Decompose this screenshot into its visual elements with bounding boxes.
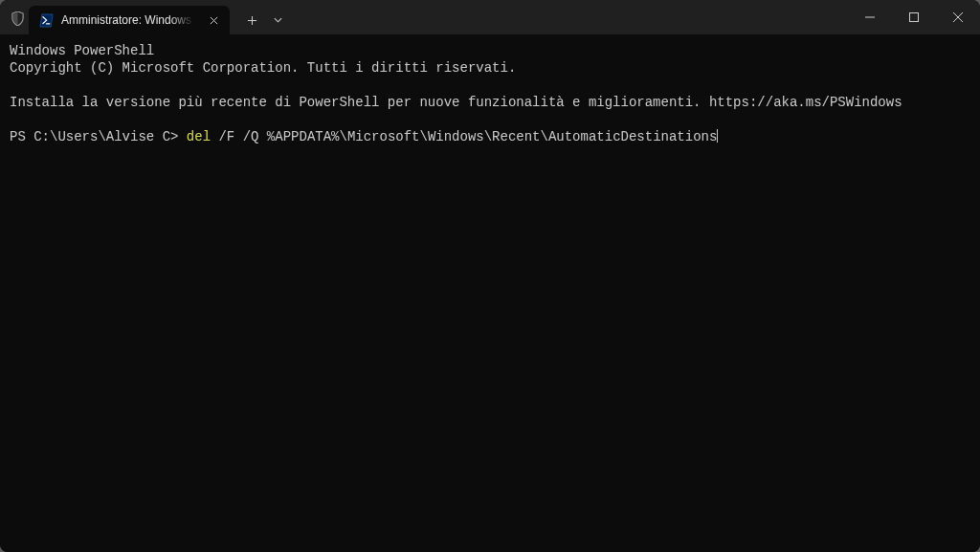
tab-dropdown-button[interactable] (266, 9, 289, 32)
powershell-icon (38, 12, 54, 28)
window-controls (848, 0, 980, 34)
close-button[interactable] (936, 0, 980, 34)
titlebar-left (0, 0, 25, 34)
terminal-window: Amministratore: Windows PowerShell (0, 0, 980, 552)
tab-title: Amministratore: Windows PowerShell (61, 13, 197, 27)
tab-controls (237, 6, 289, 34)
command-args: /F /Q %APPDATA%\Microsoft\Windows\Recent… (211, 129, 717, 144)
titlebar-spacer (289, 0, 848, 34)
shield-admin-icon (10, 11, 25, 26)
terminal-line: Copyright (C) Microsoft Corporation. Tut… (10, 60, 516, 76)
titlebar: Amministratore: Windows PowerShell (0, 0, 980, 34)
text-cursor (717, 129, 718, 143)
prompt-text: PS C:\Users\Alvise C> (10, 129, 187, 144)
minimize-button[interactable] (848, 0, 892, 34)
new-tab-button[interactable] (237, 9, 266, 32)
tab-close-button[interactable] (205, 11, 222, 29)
tab-powershell[interactable]: Amministratore: Windows PowerShell (29, 6, 230, 34)
maximize-button[interactable] (892, 0, 936, 34)
terminal-line: Installa la versione più recente di Powe… (10, 95, 902, 110)
prompt-line: PS C:\Users\Alvise C> del /F /Q %APPDATA… (10, 129, 718, 144)
command-keyword: del (187, 129, 211, 144)
terminal-line: Windows PowerShell (10, 43, 154, 58)
terminal-body[interactable]: Windows PowerShell Copyright (C) Microso… (0, 34, 980, 552)
svg-rect-0 (910, 13, 919, 22)
